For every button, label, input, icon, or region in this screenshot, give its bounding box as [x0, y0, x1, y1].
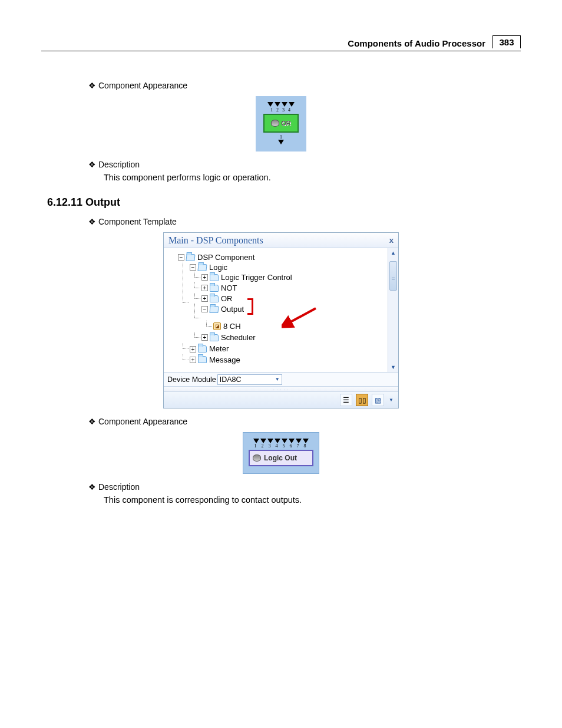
scrollbar-track[interactable]: [388, 258, 398, 363]
tree-node-8ch[interactable]: ◪8 CH: [201, 321, 385, 331]
device-module-row: Device Module IDA8C ▼: [164, 372, 398, 386]
tree-node-meter[interactable]: +Meter: [178, 343, 385, 354]
bullet-description-1: Description: [88, 160, 521, 169]
close-icon[interactable]: x: [389, 236, 394, 245]
output-pin-number: 1: [280, 134, 282, 140]
red-bracket-annotation: [247, 298, 253, 315]
output-pin-row: [278, 140, 284, 144]
tree-node-logic-trigger-control[interactable]: +Logic Trigger Control: [190, 272, 385, 282]
tree-node-output[interactable]: −Output ◪8 CH: [190, 304, 385, 332]
tree-node-logic[interactable]: −Logic +Logic Trigger Control +NOT +OR −…: [178, 262, 385, 343]
tree-node-not[interactable]: +NOT: [190, 282, 385, 293]
logic-out-chip: Logic Out: [249, 450, 313, 466]
view-icon-button[interactable]: ▧: [372, 394, 384, 406]
description-text-1: This component performs logic or operati…: [104, 173, 521, 182]
panel-title-text: Main - DSP Components: [168, 235, 263, 246]
dropdown-arrow-icon: ▼: [275, 377, 280, 382]
page-header: Components of Audio Processor 383: [41, 35, 521, 51]
folder-open-icon: [186, 254, 195, 261]
bullet-component-appearance-2: Component Appearance: [88, 417, 521, 426]
bullet-component-appearance-1: Component Appearance: [88, 81, 521, 90]
view-large-button[interactable]: ▯▯: [356, 394, 368, 406]
bullet-component-template: Component Template: [88, 217, 521, 226]
folder-icon: [210, 285, 219, 292]
scroll-up-icon[interactable]: ▲: [388, 248, 398, 258]
input-pin-numbers: 1 2 3 4: [270, 107, 292, 113]
node-glyph-icon: [253, 454, 261, 462]
expand-icon[interactable]: +: [201, 295, 208, 302]
folder-icon: [210, 274, 219, 281]
header-title: Components of Audio Processor: [348, 38, 490, 48]
dsp-components-panel: Main - DSP Components x: [163, 232, 399, 409]
section-heading-output: 6.12.11 Output: [47, 196, 521, 209]
figure-logic-out-component: 1 2 3 4 5 6 7 8 Logic Out: [243, 432, 319, 474]
folder-icon: [210, 295, 219, 302]
description-text-2: This component is corresponding to conta…: [104, 495, 521, 505]
folder-icon: [198, 356, 207, 363]
node-glyph-icon: [271, 120, 279, 127]
dropdown-arrow-icon[interactable]: ▼: [389, 397, 394, 403]
collapse-icon[interactable]: −: [178, 254, 184, 261]
panel-titlebar: Main - DSP Components x: [164, 233, 398, 248]
expand-icon[interactable]: +: [201, 274, 208, 281]
device-module-value: IDA8C: [220, 375, 242, 384]
expand-icon[interactable]: +: [201, 285, 208, 291]
or-chip-label: OR: [281, 120, 291, 127]
figure-or-component: 1 2 3 4 OR 1: [256, 96, 306, 151]
tree-node-dsp-component[interactable]: −DSP Component −Logic +Logic Trigger Con…: [166, 252, 385, 365]
vertical-scrollbar[interactable]: ▲ ▼: [388, 248, 398, 372]
folder-icon: [198, 345, 207, 353]
list-icon: ☰: [343, 396, 349, 404]
view-list-button[interactable]: ☰: [340, 394, 352, 406]
scroll-down-icon[interactable]: ▼: [388, 363, 398, 372]
collapse-icon[interactable]: −: [190, 264, 196, 271]
page-number: 383: [492, 35, 521, 48]
folder-open-icon: [209, 306, 219, 313]
component-leaf-icon: ◪: [213, 322, 221, 330]
panel-drag-handle[interactable]: . . . . .: [164, 386, 398, 391]
device-module-combobox[interactable]: IDA8C ▼: [217, 374, 282, 385]
or-chip: OR: [263, 114, 299, 133]
panel-status-bar: ☰ ▯▯ ▧ ▼: [164, 391, 398, 408]
expand-icon[interactable]: +: [201, 334, 208, 341]
expand-icon[interactable]: +: [190, 357, 196, 363]
device-module-label: Device Module: [164, 375, 217, 384]
input-pins-row: [253, 439, 309, 443]
collapse-icon[interactable]: −: [201, 306, 208, 312]
grid-icon: ▯▯: [358, 396, 366, 404]
component-tree[interactable]: −DSP Component −Logic +Logic Trigger Con…: [164, 248, 388, 372]
picture-icon: ▧: [375, 396, 381, 404]
input-pins-row: [267, 102, 295, 107]
bullet-description-2: Description: [88, 482, 521, 492]
expand-icon[interactable]: +: [190, 346, 196, 353]
scrollbar-thumb[interactable]: [389, 261, 397, 291]
tree-node-message[interactable]: +Message: [178, 354, 385, 365]
logic-out-chip-label: Logic Out: [264, 454, 297, 462]
input-pin-numbers: 1 2 3 4 5 6 7 8: [254, 443, 308, 449]
tree-node-scheduler[interactable]: +Scheduler: [190, 332, 385, 342]
folder-open-icon: [197, 264, 207, 271]
tree-node-or[interactable]: +OR: [190, 293, 385, 304]
folder-icon: [210, 334, 219, 341]
